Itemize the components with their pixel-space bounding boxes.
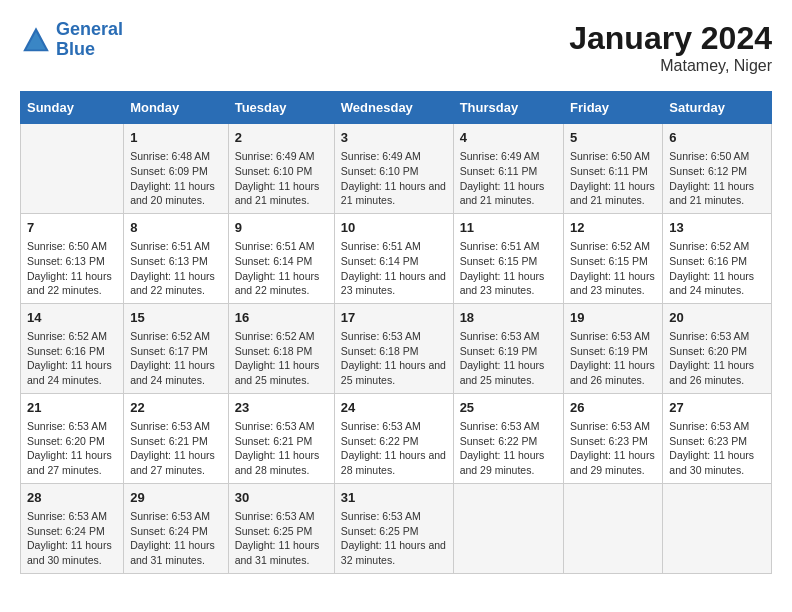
day-number: 4 — [460, 129, 557, 147]
day-number: 19 — [570, 309, 656, 327]
day-number: 6 — [669, 129, 765, 147]
day-number: 22 — [130, 399, 222, 417]
calendar-cell: 29Sunrise: 6:53 AMSunset: 6:24 PMDayligh… — [124, 483, 229, 573]
calendar-cell: 31Sunrise: 6:53 AMSunset: 6:25 PMDayligh… — [334, 483, 453, 573]
column-header-thursday: Thursday — [453, 92, 563, 124]
calendar-cell: 30Sunrise: 6:53 AMSunset: 6:25 PMDayligh… — [228, 483, 334, 573]
calendar-cell: 20Sunrise: 6:53 AMSunset: 6:20 PMDayligh… — [663, 303, 772, 393]
day-number: 9 — [235, 219, 328, 237]
day-number: 30 — [235, 489, 328, 507]
calendar-cell: 28Sunrise: 6:53 AMSunset: 6:24 PMDayligh… — [21, 483, 124, 573]
cell-details: Sunrise: 6:49 AMSunset: 6:10 PMDaylight:… — [235, 149, 328, 208]
calendar-cell: 15Sunrise: 6:52 AMSunset: 6:17 PMDayligh… — [124, 303, 229, 393]
day-number: 28 — [27, 489, 117, 507]
day-number: 21 — [27, 399, 117, 417]
column-header-wednesday: Wednesday — [334, 92, 453, 124]
calendar-cell — [663, 483, 772, 573]
cell-details: Sunrise: 6:53 AMSunset: 6:21 PMDaylight:… — [130, 419, 222, 478]
calendar-cell: 24Sunrise: 6:53 AMSunset: 6:22 PMDayligh… — [334, 393, 453, 483]
calendar-cell: 18Sunrise: 6:53 AMSunset: 6:19 PMDayligh… — [453, 303, 563, 393]
page-header: General Blue January 2024 Matamey, Niger — [20, 20, 772, 75]
calendar-week-row: 14Sunrise: 6:52 AMSunset: 6:16 PMDayligh… — [21, 303, 772, 393]
day-number: 27 — [669, 399, 765, 417]
cell-details: Sunrise: 6:51 AMSunset: 6:14 PMDaylight:… — [235, 239, 328, 298]
calendar-header-row: SundayMondayTuesdayWednesdayThursdayFrid… — [21, 92, 772, 124]
calendar-cell: 5Sunrise: 6:50 AMSunset: 6:11 PMDaylight… — [564, 124, 663, 214]
column-header-sunday: Sunday — [21, 92, 124, 124]
calendar-cell — [564, 483, 663, 573]
cell-details: Sunrise: 6:53 AMSunset: 6:24 PMDaylight:… — [130, 509, 222, 568]
day-number: 25 — [460, 399, 557, 417]
day-number: 5 — [570, 129, 656, 147]
cell-details: Sunrise: 6:52 AMSunset: 6:17 PMDaylight:… — [130, 329, 222, 388]
cell-details: Sunrise: 6:53 AMSunset: 6:25 PMDaylight:… — [235, 509, 328, 568]
cell-details: Sunrise: 6:50 AMSunset: 6:13 PMDaylight:… — [27, 239, 117, 298]
cell-details: Sunrise: 6:50 AMSunset: 6:12 PMDaylight:… — [669, 149, 765, 208]
cell-details: Sunrise: 6:53 AMSunset: 6:19 PMDaylight:… — [570, 329, 656, 388]
calendar-cell: 4Sunrise: 6:49 AMSunset: 6:11 PMDaylight… — [453, 124, 563, 214]
subtitle: Matamey, Niger — [569, 57, 772, 75]
day-number: 10 — [341, 219, 447, 237]
calendar-week-row: 28Sunrise: 6:53 AMSunset: 6:24 PMDayligh… — [21, 483, 772, 573]
column-header-tuesday: Tuesday — [228, 92, 334, 124]
day-number: 29 — [130, 489, 222, 507]
day-number: 3 — [341, 129, 447, 147]
calendar-cell — [453, 483, 563, 573]
cell-details: Sunrise: 6:53 AMSunset: 6:23 PMDaylight:… — [669, 419, 765, 478]
column-header-monday: Monday — [124, 92, 229, 124]
cell-details: Sunrise: 6:53 AMSunset: 6:18 PMDaylight:… — [341, 329, 447, 388]
day-number: 1 — [130, 129, 222, 147]
cell-details: Sunrise: 6:53 AMSunset: 6:22 PMDaylight:… — [460, 419, 557, 478]
cell-details: Sunrise: 6:48 AMSunset: 6:09 PMDaylight:… — [130, 149, 222, 208]
column-header-saturday: Saturday — [663, 92, 772, 124]
cell-details: Sunrise: 6:51 AMSunset: 6:13 PMDaylight:… — [130, 239, 222, 298]
calendar-cell: 13Sunrise: 6:52 AMSunset: 6:16 PMDayligh… — [663, 213, 772, 303]
day-number: 7 — [27, 219, 117, 237]
calendar-cell: 27Sunrise: 6:53 AMSunset: 6:23 PMDayligh… — [663, 393, 772, 483]
day-number: 16 — [235, 309, 328, 327]
calendar-cell: 25Sunrise: 6:53 AMSunset: 6:22 PMDayligh… — [453, 393, 563, 483]
cell-details: Sunrise: 6:53 AMSunset: 6:23 PMDaylight:… — [570, 419, 656, 478]
logo-line2: Blue — [56, 39, 95, 59]
day-number: 23 — [235, 399, 328, 417]
day-number: 14 — [27, 309, 117, 327]
cell-details: Sunrise: 6:52 AMSunset: 6:18 PMDaylight:… — [235, 329, 328, 388]
title-block: January 2024 Matamey, Niger — [569, 20, 772, 75]
calendar-cell: 23Sunrise: 6:53 AMSunset: 6:21 PMDayligh… — [228, 393, 334, 483]
cell-details: Sunrise: 6:50 AMSunset: 6:11 PMDaylight:… — [570, 149, 656, 208]
calendar-cell: 3Sunrise: 6:49 AMSunset: 6:10 PMDaylight… — [334, 124, 453, 214]
cell-details: Sunrise: 6:53 AMSunset: 6:19 PMDaylight:… — [460, 329, 557, 388]
cell-details: Sunrise: 6:51 AMSunset: 6:15 PMDaylight:… — [460, 239, 557, 298]
day-number: 17 — [341, 309, 447, 327]
cell-details: Sunrise: 6:52 AMSunset: 6:16 PMDaylight:… — [669, 239, 765, 298]
day-number: 12 — [570, 219, 656, 237]
cell-details: Sunrise: 6:53 AMSunset: 6:24 PMDaylight:… — [27, 509, 117, 568]
day-number: 8 — [130, 219, 222, 237]
calendar-cell: 26Sunrise: 6:53 AMSunset: 6:23 PMDayligh… — [564, 393, 663, 483]
calendar-cell: 6Sunrise: 6:50 AMSunset: 6:12 PMDaylight… — [663, 124, 772, 214]
day-number: 13 — [669, 219, 765, 237]
calendar-cell: 14Sunrise: 6:52 AMSunset: 6:16 PMDayligh… — [21, 303, 124, 393]
calendar-cell — [21, 124, 124, 214]
day-number: 26 — [570, 399, 656, 417]
cell-details: Sunrise: 6:51 AMSunset: 6:14 PMDaylight:… — [341, 239, 447, 298]
cell-details: Sunrise: 6:53 AMSunset: 6:20 PMDaylight:… — [669, 329, 765, 388]
cell-details: Sunrise: 6:52 AMSunset: 6:15 PMDaylight:… — [570, 239, 656, 298]
calendar-cell: 16Sunrise: 6:52 AMSunset: 6:18 PMDayligh… — [228, 303, 334, 393]
day-number: 11 — [460, 219, 557, 237]
calendar-cell: 21Sunrise: 6:53 AMSunset: 6:20 PMDayligh… — [21, 393, 124, 483]
calendar-cell: 9Sunrise: 6:51 AMSunset: 6:14 PMDaylight… — [228, 213, 334, 303]
day-number: 24 — [341, 399, 447, 417]
main-title: January 2024 — [569, 20, 772, 57]
calendar-cell: 17Sunrise: 6:53 AMSunset: 6:18 PMDayligh… — [334, 303, 453, 393]
calendar-week-row: 21Sunrise: 6:53 AMSunset: 6:20 PMDayligh… — [21, 393, 772, 483]
day-number: 20 — [669, 309, 765, 327]
cell-details: Sunrise: 6:49 AMSunset: 6:11 PMDaylight:… — [460, 149, 557, 208]
calendar-cell: 12Sunrise: 6:52 AMSunset: 6:15 PMDayligh… — [564, 213, 663, 303]
calendar-cell: 7Sunrise: 6:50 AMSunset: 6:13 PMDaylight… — [21, 213, 124, 303]
calendar-week-row: 7Sunrise: 6:50 AMSunset: 6:13 PMDaylight… — [21, 213, 772, 303]
column-header-friday: Friday — [564, 92, 663, 124]
calendar-cell: 10Sunrise: 6:51 AMSunset: 6:14 PMDayligh… — [334, 213, 453, 303]
calendar-table: SundayMondayTuesdayWednesdayThursdayFrid… — [20, 91, 772, 574]
cell-details: Sunrise: 6:49 AMSunset: 6:10 PMDaylight:… — [341, 149, 447, 208]
